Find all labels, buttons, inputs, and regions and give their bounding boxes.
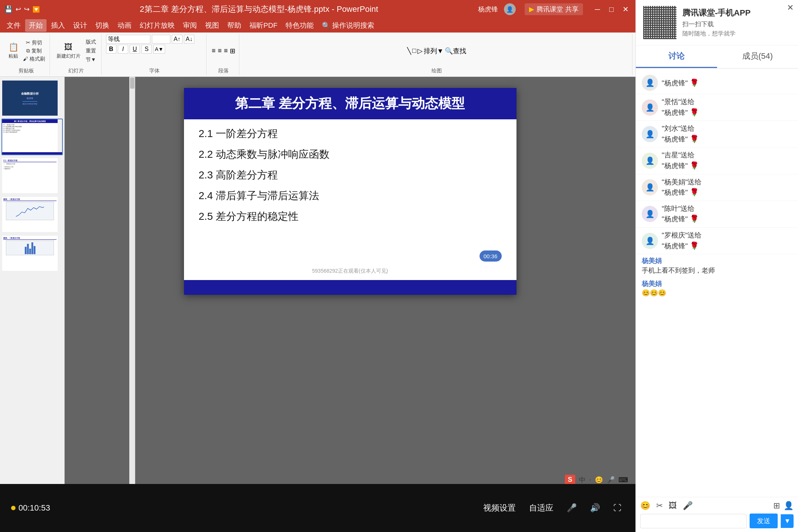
rose-icon-3: 🌹 bbox=[690, 135, 699, 143]
video-volume-btn[interactable]: 🔊 bbox=[587, 502, 603, 514]
paste-button[interactable]: 📋 粘贴 bbox=[6, 42, 21, 60]
format-painter-button[interactable]: 🖌 格式刷 bbox=[21, 55, 47, 63]
slide-thumb-3[interactable]: 3 2.1 一阶差分方程 一、特殊差分方程 • 简单差分方程 • 递推形式 bbox=[1, 157, 63, 194]
gift-item-3: 👤 "刘水"送给"杨虎锋" 🌹 bbox=[636, 121, 798, 147]
bold-button[interactable]: B bbox=[106, 45, 116, 54]
italic-button[interactable]: I bbox=[118, 45, 128, 54]
slide-thumb-img-5: 案例、一阶差分方程 bbox=[2, 236, 58, 271]
section-button[interactable]: 节▼ bbox=[83, 56, 98, 64]
title-bar: 💾 ↩ ↪ 🔽 2第二章 差分方程、滞后运算与动态模型-杨虎锋.pptx - P… bbox=[0, 0, 635, 18]
avatar-icon-6: 👤 bbox=[645, 209, 655, 218]
align-center-button[interactable]: ≡ bbox=[217, 46, 222, 55]
menu-file[interactable]: 文件 bbox=[3, 19, 24, 32]
undo-icon[interactable]: ↩ bbox=[16, 5, 21, 13]
ribbon-clipboard-group: 📋 粘贴 ✂ 剪切 ⧉ 复制 🖌 格式刷 剪贴板 bbox=[3, 34, 50, 75]
tab-members[interactable]: 成员(54) bbox=[717, 45, 798, 68]
menu-view[interactable]: 视图 bbox=[201, 19, 223, 32]
emoji-icon[interactable]: 😊 bbox=[595, 476, 603, 484]
menu-slideshow[interactable]: 幻灯片放映 bbox=[136, 19, 178, 32]
send-button[interactable]: 发送 bbox=[750, 514, 778, 528]
shape-arrow-icon[interactable]: ▷ bbox=[417, 47, 423, 55]
sidebar-header: ✕ bbox=[782, 0, 798, 16]
mic-icon[interactable]: 🎤 bbox=[607, 476, 615, 484]
layout-button[interactable]: 版式 bbox=[83, 38, 98, 46]
vertical-scrollbar[interactable] bbox=[129, 77, 135, 488]
menu-help[interactable]: 帮助 bbox=[224, 19, 245, 32]
menu-home[interactable]: 开始 bbox=[25, 19, 47, 32]
title-bar-controls: 杨虎锋 👤 ▶ 腾讯课堂 共享 ─ □ ✕ bbox=[478, 3, 631, 15]
font-family-input[interactable] bbox=[106, 35, 150, 44]
reset-button[interactable]: 重置 bbox=[83, 47, 98, 55]
send-dropdown-button[interactable]: ▼ bbox=[781, 514, 794, 528]
menu-transitions[interactable]: 切换 bbox=[92, 19, 113, 32]
video-settings-btn[interactable]: 视频设置 bbox=[480, 501, 519, 515]
underline-button[interactable]: U bbox=[130, 45, 140, 54]
video-mic-btn[interactable]: 🎤 bbox=[564, 502, 580, 514]
user-icon[interactable]: 👤 bbox=[784, 501, 794, 511]
slide-thumb-5[interactable]: 5 案例、一阶差分方程 bbox=[1, 235, 63, 272]
chat-username-2: 杨美娟 bbox=[642, 279, 792, 288]
menu-design[interactable]: 设计 bbox=[69, 19, 91, 32]
save-icon[interactable]: 💾 bbox=[4, 5, 13, 13]
video-adapt-btn[interactable]: 自适应 bbox=[526, 501, 556, 515]
align-left-button[interactable]: ≡ bbox=[211, 46, 216, 55]
video-fullscreen-btn[interactable]: ⛶ bbox=[610, 502, 624, 514]
slide-thumb-4[interactable]: 4 案例、一阶差分方程 bbox=[1, 196, 63, 233]
image-icon[interactable]: 🖼 bbox=[669, 501, 677, 511]
ribbon-drawing-group: ╲ □ ▷ 排列▼ 🔍查找 绘图 bbox=[241, 34, 632, 75]
minimize-button[interactable]: ─ bbox=[592, 4, 603, 15]
text-align-button[interactable]: ⊞ bbox=[229, 46, 236, 56]
ribbon-slides-group: 🖼 新建幻灯片 版式 重置 节▼ 幻灯片 bbox=[51, 34, 102, 75]
slide-thumb-img-4: 案例、一阶差分方程 bbox=[2, 197, 58, 232]
arrange-button[interactable]: 排列▼ bbox=[424, 47, 444, 55]
paragraph-buttons: ≡ ≡ ≡ ⊞ bbox=[211, 35, 236, 67]
new-slide-icon: 🖼 bbox=[64, 42, 72, 52]
font-size-input[interactable] bbox=[152, 35, 170, 44]
menu-search[interactable]: 🔍 操作说明搜索 bbox=[318, 19, 378, 32]
grid-icon[interactable]: ⊞ bbox=[773, 501, 780, 511]
customize-icon[interactable]: 🔽 bbox=[33, 6, 40, 13]
increase-font-button[interactable]: A↑ bbox=[172, 35, 183, 44]
timer-badge: 00:36 bbox=[480, 250, 502, 262]
rose-icon-5: 🌹 bbox=[690, 188, 699, 196]
chat-msg-2: 杨美娟 😊😊😊 bbox=[636, 277, 798, 299]
pp-main-content: 第二章 差分方程、滞后运算与动态模型 2.1 一阶差分方程 2.2 动态乘数与脉… bbox=[65, 77, 635, 532]
shape-rect-icon[interactable]: □ bbox=[412, 47, 416, 55]
menu-insert[interactable]: 插入 bbox=[47, 19, 69, 32]
cut-button[interactable]: ✂ 剪切 bbox=[21, 39, 47, 47]
new-slide-button[interactable]: 🖼 新建幻灯片 bbox=[54, 42, 83, 60]
gift-item-5: 👤 "杨美娟"送给"杨虎锋" 🌹 bbox=[636, 174, 798, 201]
recording-indicator bbox=[11, 506, 16, 510]
gift-avatar-2: 👤 bbox=[642, 99, 658, 116]
menu-animations[interactable]: 动画 bbox=[114, 19, 135, 32]
copy-button[interactable]: ⧉ 复制 bbox=[21, 47, 47, 55]
emoji-toolbar-icon[interactable]: 😊 bbox=[640, 501, 650, 511]
tab-discussion[interactable]: 讨论 bbox=[636, 45, 717, 68]
sidebar-close-button[interactable]: ✕ bbox=[782, 0, 798, 16]
font-color-button[interactable]: A▼ bbox=[153, 45, 165, 54]
redo-icon[interactable]: ↪ bbox=[24, 5, 30, 13]
chat-input-row: 发送 ▼ bbox=[640, 514, 794, 528]
mic-toolbar-icon[interactable]: 🎤 bbox=[683, 501, 693, 511]
close-button[interactable]: ✕ bbox=[620, 4, 631, 15]
chat-text-input[interactable] bbox=[640, 514, 747, 528]
slide-thumb-1[interactable]: 1 金融数据分析 杨虎锋 南京大学经济学院 bbox=[1, 80, 63, 116]
search-icon: 🔍 bbox=[322, 21, 331, 30]
decrease-font-button[interactable]: A↓ bbox=[184, 35, 195, 44]
slide-thumb-2[interactable]: 2 第二章 差分方程、滞后运算与动态模型 2.1 一阶差分方程 2.2 动态乘数… bbox=[1, 119, 63, 155]
chat-text-2: 😊😊😊 bbox=[642, 289, 792, 297]
menu-foxit[interactable]: 福昕PDF bbox=[246, 19, 281, 32]
menu-review[interactable]: 审阅 bbox=[179, 19, 201, 32]
app-title: 腾讯课堂-手机APP bbox=[682, 7, 751, 18]
dot-icon[interactable]: · bbox=[589, 476, 591, 484]
menu-special[interactable]: 特色功能 bbox=[282, 19, 317, 32]
strikethrough-button[interactable]: S bbox=[141, 45, 152, 54]
find-button[interactable]: 🔍查找 bbox=[445, 47, 466, 55]
align-right-button[interactable]: ≡ bbox=[223, 46, 229, 55]
zhongwen-icon[interactable]: 中 bbox=[579, 475, 586, 484]
shape-line-icon[interactable]: ╲ bbox=[407, 47, 411, 55]
keyboard-icon[interactable]: ⌨ bbox=[618, 476, 628, 484]
maximize-button[interactable]: □ bbox=[606, 4, 617, 15]
scissors-icon[interactable]: ✂ bbox=[656, 501, 663, 511]
gift-item-4: 👤 "吉星"送给"杨虎锋" 🌹 bbox=[636, 147, 798, 174]
